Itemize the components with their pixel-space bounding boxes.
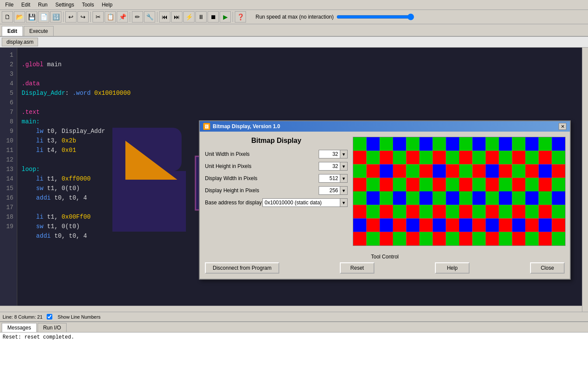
base-addr-label: Base address for display [205,200,262,206]
base-addr-dropdown[interactable]: ▼ [340,198,348,207]
open-button[interactable]: 📂 [14,11,25,23]
cut-button[interactable]: ✂ [93,11,104,23]
step-forward-button[interactable]: ⏭ [171,11,182,23]
tab-bar: Edit Execute [0,24,588,37]
show-line-numbers-label: Show Line Numbers [58,314,100,320]
speed-control: Run speed at max (no interaction) [256,13,414,20]
disconnect-button[interactable]: Disconnect from Program [205,262,279,274]
bitmap-canvas [353,137,566,246]
save-button[interactable]: 💾 [26,11,37,23]
dialog-title-text: Bitmap Display, Version 1.0 [213,123,280,129]
display-width-input[interactable] [319,174,340,183]
display-height-label: Display Height in Pixels [205,187,319,194]
display-height-row: Display Height in Pixels ▼ [205,186,348,195]
redo-button[interactable]: ↪ [77,11,89,23]
editor-scrollbar-v[interactable] [582,48,588,312]
unit-height-row: Unit Height in Pixels ▼ [205,162,348,171]
unit-width-dropdown[interactable]: ▼ [340,150,348,158]
toolbar: 🗋 📂 💾 📄 🔢 ↩ ↪ ✂ 📋 📌 ✏ 🔧 ⏮ ⏭ ⚡ ⏸ ⏹ ▶ ❓ Ru… [0,10,588,24]
editor-scrollbar-h[interactable] [0,306,582,312]
bottom-content: Reset: reset completed. [0,332,588,368]
menu-file[interactable]: File [2,1,17,9]
dialog-body: Bitmap Display Unit Width in Pixels ▼ Un… [200,132,570,251]
dialog-buttons: Disconnect from Program Reset Help Close [200,262,570,279]
toolbar-sep-4 [157,12,157,22]
menu-edit[interactable]: Edit [18,1,34,9]
display-width-input-group: ▼ [319,174,348,183]
dialog-controls: Bitmap Display Unit Width in Pixels ▼ Un… [205,137,348,246]
close-button[interactable]: Close [530,262,565,274]
menu-run[interactable]: Run [35,1,51,9]
unit-width-row: Unit Width in Pixels ▼ [205,150,348,158]
tab-execute[interactable]: Execute [24,26,54,36]
help-toolbar-button[interactable]: ❓ [235,11,246,23]
menu-settings[interactable]: Settings [52,1,77,9]
toolbar-sep-3 [130,12,130,22]
dialog-title-left: 🖼 Bitmap Display, Version 1.0 [203,123,280,130]
copy-button[interactable]: 📋 [105,11,116,23]
toolbar-sep-2 [90,12,91,22]
stop-button[interactable]: ⏹ [208,11,219,23]
unit-height-input[interactable] [319,162,340,171]
reset-button[interactable]: Reset [340,262,374,274]
binary-button[interactable]: 🔢 [50,11,61,23]
saveas-button[interactable]: 📄 [38,11,49,23]
file-tab-bar: display.asm [0,37,588,48]
display-height-input-group: ▼ [319,186,348,195]
base-addr-row: Base address for display ▼ [205,198,348,207]
dialog-close-button[interactable]: ✕ [559,123,566,130]
messages-content: Reset: reset completed. [3,334,74,340]
pause-button[interactable]: ⏸ [195,11,207,23]
new-button[interactable]: 🗋 [2,11,13,23]
show-line-numbers-checkbox[interactable] [47,314,52,320]
help-button[interactable]: Help [435,262,470,274]
bottom-tab-messages[interactable]: Messages [2,323,37,332]
display-height-input[interactable] [319,186,340,195]
tab-edit[interactable]: Edit [2,26,23,36]
line-numbers: 12345678910111213141516171819 [0,48,17,312]
step-back-button[interactable]: ⏮ [159,11,170,23]
file-tab[interactable]: display.asm [2,38,38,46]
menu-tools[interactable]: Tools [78,1,97,9]
toolbar-sep-1 [63,12,64,22]
run-button[interactable]: ▶ [220,11,231,23]
undo-button[interactable]: ↩ [65,11,77,23]
tool-control-label: Tool Control [200,254,570,260]
dialog-heading: Bitmap Display [205,137,348,145]
wrench-button[interactable]: 🔧 [144,11,155,23]
unit-width-input[interactable] [319,150,340,158]
dialog-icon: 🖼 [203,123,210,130]
base-addr-input-group: ▼ [262,198,348,207]
base-addr-input[interactable] [262,198,340,207]
bottom-panel: Messages Run I/O Reset: reset completed. [0,321,588,368]
display-width-label: Display Width in Pixels [205,175,319,181]
edit-button[interactable]: ✏ [132,11,143,23]
unit-height-input-group: ▼ [319,162,348,171]
display-width-dropdown[interactable]: ▼ [340,174,348,183]
bottom-tabs: Messages Run I/O [0,322,588,332]
bitmap-dialog: 🖼 Bitmap Display, Version 1.0 ✕ Bitmap D… [199,120,571,280]
dialog-titlebar: 🖼 Bitmap Display, Version 1.0 ✕ [200,121,570,132]
paste-button[interactable]: 📌 [117,11,128,23]
speed-label: Run speed at max (no interaction) [256,14,334,20]
status-bar: Line: 8 Column: 21 Show Line Numbers [0,312,588,321]
toolbar-sep-5 [233,12,233,22]
display-width-row: Display Width in Pixels ▼ [205,174,348,183]
menu-help[interactable]: Help [98,1,116,9]
bitmap-display [353,137,566,246]
flash-button[interactable]: ⚡ [183,11,195,23]
display-height-dropdown[interactable]: ▼ [340,186,348,195]
unit-height-label: Unit Height in Pixels [205,163,319,169]
speed-slider[interactable] [336,13,414,20]
menu-bar: File Edit Run Settings Tools Help [0,0,588,10]
unit-width-input-group: ▼ [319,150,348,158]
bottom-tab-runio[interactable]: Run I/O [38,323,67,332]
cursor-position: Line: 8 Column: 21 [3,314,42,320]
unit-height-dropdown[interactable]: ▼ [340,162,348,171]
unit-width-label: Unit Width in Pixels [205,151,319,157]
